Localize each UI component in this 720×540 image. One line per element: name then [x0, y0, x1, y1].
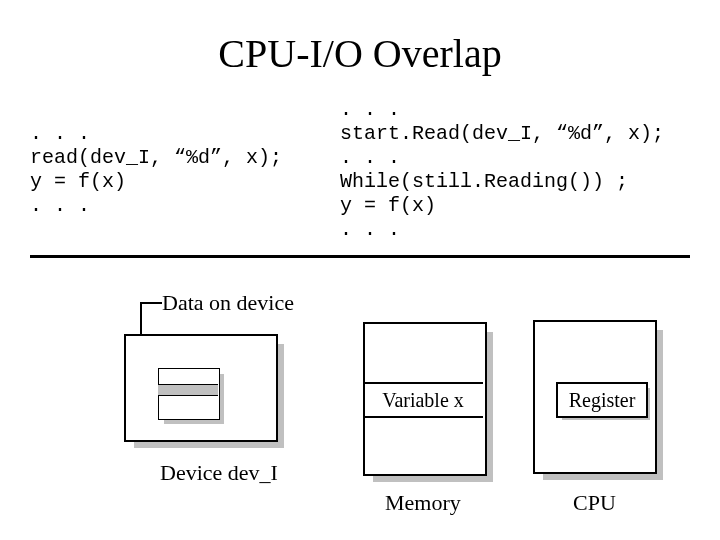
slide-title: CPU-I/O Overlap [0, 30, 720, 77]
register-box: Register [556, 382, 648, 418]
label-memory: Memory [385, 490, 461, 516]
code-block-right: . . . start.Read(dev_I, “%d”, x); . . . … [340, 98, 664, 242]
connector-line [140, 302, 162, 304]
slide: CPU-I/O Overlap . . . read(dev_I, “%d”, … [0, 0, 720, 540]
label-data-on-device: Data on device [162, 290, 294, 316]
variable-x-cell: Variable x [363, 382, 483, 418]
label-cpu: CPU [573, 490, 616, 516]
device-data-stripe [158, 384, 218, 396]
label-device: Device dev_I [160, 460, 278, 486]
divider-line [30, 255, 690, 258]
code-block-left: . . . read(dev_I, “%d”, x); y = f(x) . .… [30, 122, 282, 218]
